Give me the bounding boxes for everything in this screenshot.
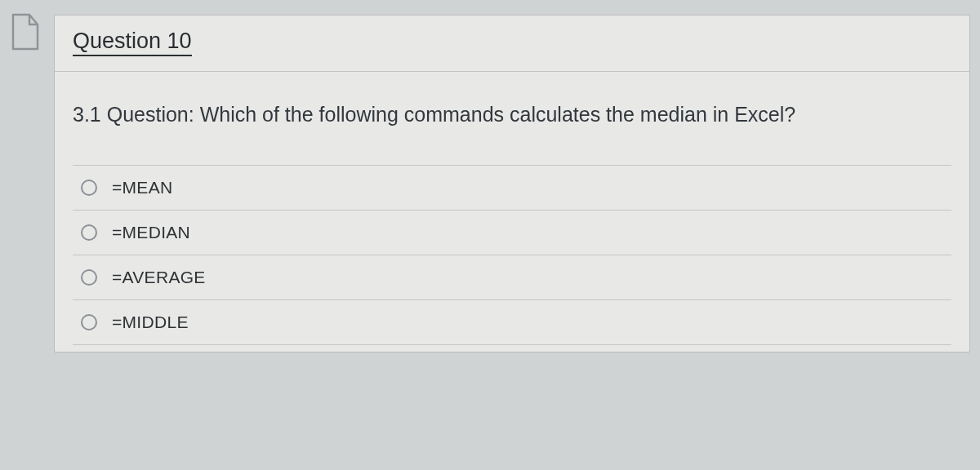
option-middle[interactable]: =MIDDLE xyxy=(73,300,951,345)
question-wrapper: Question 10 3.1 Question: Which of the f… xyxy=(10,15,970,470)
option-median[interactable]: =MEDIAN xyxy=(73,211,951,255)
question-text: 3.1 Question: Which of the following com… xyxy=(73,101,951,129)
option-label: =AVERAGE xyxy=(112,268,206,287)
radio-icon[interactable] xyxy=(81,314,97,330)
option-label: =MEAN xyxy=(112,178,172,197)
option-label: =MIDDLE xyxy=(112,313,189,332)
radio-icon[interactable] xyxy=(81,180,97,196)
radio-icon[interactable] xyxy=(81,269,97,286)
options-list: =MEAN =MEDIAN =AVERAGE =MIDDLE xyxy=(73,165,951,345)
question-body: 3.1 Question: Which of the following com… xyxy=(55,72,969,352)
document-icon xyxy=(10,13,41,51)
question-card: Question 10 3.1 Question: Which of the f… xyxy=(54,15,970,352)
question-title: Question 10 xyxy=(73,29,192,56)
radio-icon[interactable] xyxy=(81,224,97,241)
option-average[interactable]: =AVERAGE xyxy=(73,255,951,300)
option-label: =MEDIAN xyxy=(112,223,190,242)
option-mean[interactable]: =MEAN xyxy=(73,166,951,211)
question-header: Question 10 xyxy=(55,16,969,72)
